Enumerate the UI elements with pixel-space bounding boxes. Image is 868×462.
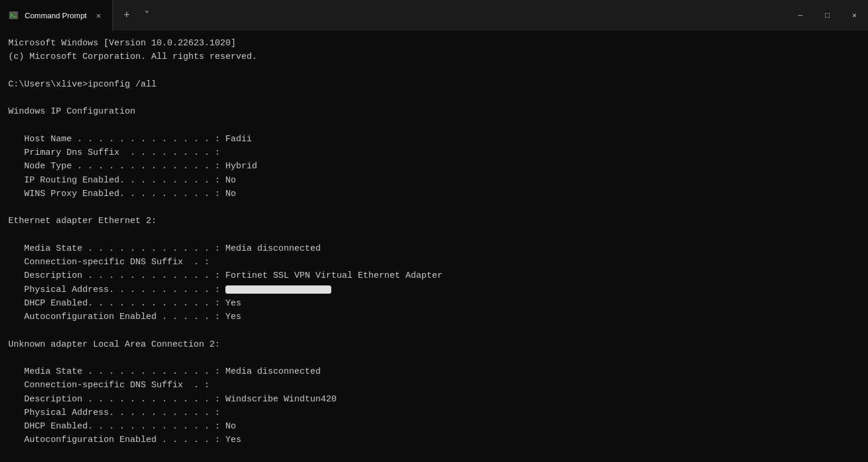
svg-rect-0 (9, 12, 18, 19)
active-tab[interactable]: Command Prompt ✕ (0, 0, 113, 31)
console-line-1: Microsoft Windows [Version 10.0.22623.10… (8, 36, 860, 447)
titlebar: Command Prompt ✕ + ˅ ─ □ ✕ (0, 0, 868, 31)
tab-area: Command Prompt ✕ + ˅ (0, 0, 787, 31)
console-output[interactable]: Microsoft Windows [Version 10.0.22623.10… (0, 31, 868, 462)
redacted-mac-address (225, 285, 331, 294)
maximize-button[interactable]: □ (814, 0, 841, 31)
tab-actions: + ˅ (113, 6, 160, 24)
minimize-button[interactable]: ─ (787, 0, 814, 31)
tab-close-button[interactable]: ✕ (92, 9, 104, 21)
new-tab-button[interactable]: + (118, 6, 135, 24)
window-close-button[interactable]: ✕ (841, 0, 868, 31)
tab-title: Command Prompt (25, 11, 87, 20)
cmd-window: Command Prompt ✕ + ˅ ─ □ ✕ Microsoft Win… (0, 0, 868, 462)
terminal-icon (8, 10, 19, 21)
window-controls: ─ □ ✕ (787, 0, 868, 31)
tab-dropdown-button[interactable]: ˅ (138, 6, 155, 24)
